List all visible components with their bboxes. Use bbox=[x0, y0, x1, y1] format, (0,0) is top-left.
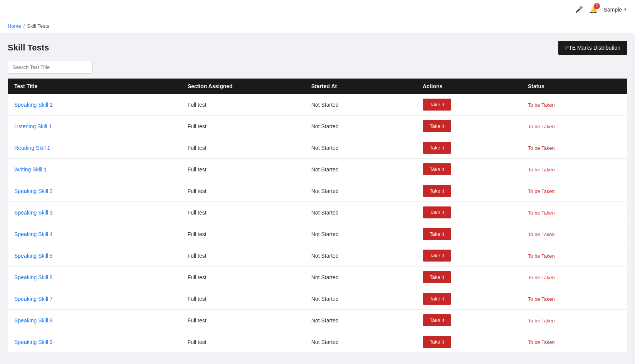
take-it-button[interactable]: Take it bbox=[423, 293, 451, 305]
actions-cell: Take it bbox=[417, 94, 522, 116]
status-cell: To be Taken bbox=[522, 116, 627, 137]
status-badge: To be Taken bbox=[528, 188, 555, 194]
section-assigned: Full test bbox=[181, 288, 305, 310]
actions-cell: Take it bbox=[417, 223, 522, 245]
col-header-section: Section Assigned bbox=[181, 79, 305, 94]
started-at: Not Started bbox=[305, 116, 417, 137]
section-assigned: Full test bbox=[181, 310, 305, 331]
pte-marks-distribution-button[interactable]: PTE Marks Distribution bbox=[558, 41, 627, 55]
status-cell: To be Taken bbox=[522, 267, 627, 288]
table-row: Speaking Skill 4Full testNot StartedTake… bbox=[8, 223, 627, 245]
col-header-title: Test Title bbox=[8, 79, 181, 94]
breadcrumb-current: Skill Tests bbox=[27, 23, 49, 29]
status-badge: To be Taken bbox=[528, 339, 555, 345]
table-row: Listening Skill 1Full testNot StartedTak… bbox=[8, 116, 627, 137]
table-row: Speaking Skill 2Full testNot StartedTake… bbox=[8, 180, 627, 202]
table-body: Speaking Skill 1Full testNot StartedTake… bbox=[8, 94, 627, 353]
started-at: Not Started bbox=[305, 223, 417, 245]
section-assigned: Full test bbox=[181, 223, 305, 245]
actions-cell: Take it bbox=[417, 331, 522, 353]
table-row: Speaking Skill 7Full testNot StartedTake… bbox=[8, 288, 627, 310]
test-title-link[interactable]: Listening Skill 1 bbox=[14, 123, 52, 129]
status-cell: To be Taken bbox=[522, 137, 627, 159]
section-assigned: Full test bbox=[181, 116, 305, 137]
actions-cell: Take it bbox=[417, 288, 522, 310]
started-at: Not Started bbox=[305, 137, 417, 159]
started-at: Not Started bbox=[305, 245, 417, 267]
take-it-button[interactable]: Take it bbox=[423, 271, 451, 283]
section-assigned: Full test bbox=[181, 331, 305, 353]
started-at: Not Started bbox=[305, 310, 417, 331]
status-badge: To be Taken bbox=[528, 296, 555, 302]
notification-wrapper[interactable]: 🔔 2 bbox=[589, 5, 598, 14]
test-title-link[interactable]: Writing Skill 1 bbox=[14, 166, 47, 173]
test-title-link[interactable]: Speaking Skill 2 bbox=[14, 188, 53, 194]
actions-cell: Take it bbox=[417, 202, 522, 223]
breadcrumb-home-link[interactable]: Home bbox=[8, 23, 21, 29]
status-cell: To be Taken bbox=[522, 180, 627, 202]
actions-cell: Take it bbox=[417, 180, 522, 202]
test-title-link[interactable]: Reading Skill 1 bbox=[14, 145, 50, 151]
take-it-button[interactable]: Take it bbox=[423, 314, 451, 326]
user-name: Sample bbox=[604, 7, 622, 13]
table-header: Test Title Section Assigned Started At A… bbox=[8, 79, 627, 94]
test-title-link[interactable]: Speaking Skill 8 bbox=[14, 317, 53, 324]
main-content: Home / Skill Tests Skill Tests PTE Marks… bbox=[0, 19, 635, 364]
take-it-button[interactable]: Take it bbox=[423, 163, 451, 175]
section-assigned: Full test bbox=[181, 137, 305, 159]
status-cell: To be Taken bbox=[522, 245, 627, 267]
search-wrapper bbox=[8, 61, 627, 74]
chevron-down-icon: ▼ bbox=[623, 7, 627, 12]
status-cell: To be Taken bbox=[522, 288, 627, 310]
table-row: Speaking Skill 9Full testNot StartedTake… bbox=[8, 331, 627, 353]
take-it-button[interactable]: Take it bbox=[423, 120, 451, 132]
test-title-link[interactable]: Speaking Skill 4 bbox=[14, 231, 53, 237]
table-row: Writing Skill 1Full testNot StartedTake … bbox=[8, 159, 627, 180]
status-badge: To be Taken bbox=[528, 318, 555, 324]
status-badge: To be Taken bbox=[528, 231, 555, 237]
notification-badge: 2 bbox=[594, 3, 600, 9]
mic-icon[interactable]: 🎤 bbox=[575, 6, 583, 13]
table-row: Speaking Skill 3Full testNot StartedTake… bbox=[8, 202, 627, 223]
test-title-link[interactable]: Speaking Skill 3 bbox=[14, 210, 53, 216]
actions-cell: Take it bbox=[417, 245, 522, 267]
test-title-link[interactable]: Speaking Skill 9 bbox=[14, 339, 53, 345]
take-it-button[interactable]: Take it bbox=[423, 185, 451, 197]
section-assigned: Full test bbox=[181, 267, 305, 288]
status-badge: To be Taken bbox=[528, 167, 555, 173]
section-assigned: Full test bbox=[181, 180, 305, 202]
table-row: Speaking Skill 1Full testNot StartedTake… bbox=[8, 94, 627, 116]
started-at: Not Started bbox=[305, 159, 417, 180]
status-badge: To be Taken bbox=[528, 124, 555, 129]
status-cell: To be Taken bbox=[522, 94, 627, 116]
actions-cell: Take it bbox=[417, 159, 522, 180]
user-menu[interactable]: Sample ▼ bbox=[604, 7, 627, 13]
test-title-link[interactable]: Speaking Skill 6 bbox=[14, 274, 53, 280]
navbar-right: 🎤 🔔 2 Sample ▼ bbox=[575, 5, 627, 14]
test-title-link[interactable]: Speaking Skill 7 bbox=[14, 296, 53, 302]
take-it-button[interactable]: Take it bbox=[423, 142, 451, 154]
status-cell: To be Taken bbox=[522, 159, 627, 180]
search-input[interactable] bbox=[8, 61, 92, 74]
test-title-link[interactable]: Speaking Skill 5 bbox=[14, 253, 53, 259]
started-at: Not Started bbox=[305, 180, 417, 202]
section-assigned: Full test bbox=[181, 159, 305, 180]
take-it-button[interactable]: Take it bbox=[423, 99, 451, 111]
take-it-button[interactable]: Take it bbox=[423, 206, 451, 218]
section-assigned: Full test bbox=[181, 94, 305, 116]
started-at: Not Started bbox=[305, 94, 417, 116]
test-title-link[interactable]: Speaking Skill 1 bbox=[14, 102, 53, 108]
page-title: Skill Tests bbox=[8, 43, 49, 53]
actions-cell: Take it bbox=[417, 116, 522, 137]
started-at: Not Started bbox=[305, 331, 417, 353]
started-at: Not Started bbox=[305, 202, 417, 223]
status-badge: To be Taken bbox=[528, 210, 555, 216]
take-it-button[interactable]: Take it bbox=[423, 336, 451, 348]
status-badge: To be Taken bbox=[528, 102, 555, 108]
status-badge: To be Taken bbox=[528, 145, 555, 151]
take-it-button[interactable]: Take it bbox=[423, 228, 451, 240]
table-row: Speaking Skill 5Full testNot StartedTake… bbox=[8, 245, 627, 267]
take-it-button[interactable]: Take it bbox=[423, 250, 451, 262]
col-header-status: Status bbox=[522, 79, 627, 94]
actions-cell: Take it bbox=[417, 310, 522, 331]
